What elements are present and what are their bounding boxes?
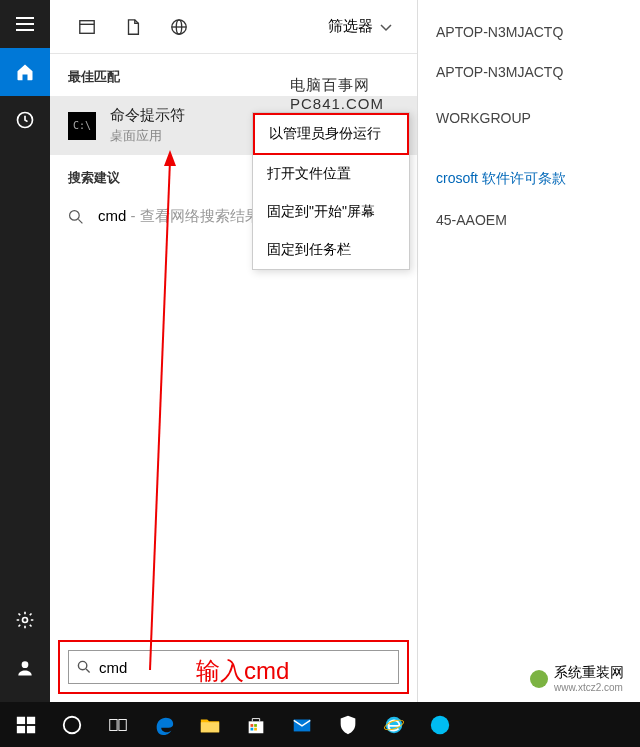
svg-point-18	[64, 716, 81, 733]
taskbar	[0, 702, 640, 747]
home-icon	[15, 62, 35, 82]
ie-button[interactable]	[372, 702, 416, 747]
app-button[interactable]	[418, 702, 462, 747]
edge-button[interactable]	[142, 702, 186, 747]
chevron-down-icon	[379, 22, 393, 32]
globe-icon	[170, 18, 188, 36]
context-run-as-admin[interactable]: 以管理员身份运行	[253, 113, 409, 155]
svg-point-30	[431, 715, 449, 733]
result-title: 命令提示符	[110, 106, 185, 125]
svg-point-10	[78, 661, 86, 669]
svg-rect-21	[201, 722, 219, 732]
svg-rect-22	[249, 721, 264, 733]
home-button[interactable]	[0, 48, 50, 96]
filter-label: 筛选器	[328, 17, 373, 36]
license-link[interactable]: crosoft 软件许可条款	[436, 158, 622, 200]
svg-rect-26	[254, 727, 257, 730]
site-logo-icon	[530, 670, 548, 688]
svg-point-2	[22, 661, 29, 668]
context-menu: 以管理员身份运行 打开文件位置 固定到"开始"屏幕 固定到任务栏	[252, 112, 410, 270]
product-id-value: 45-AAOEM	[436, 200, 622, 240]
user-button[interactable]	[0, 644, 50, 692]
svg-rect-23	[251, 724, 254, 727]
clock-icon	[15, 110, 35, 130]
svg-rect-15	[27, 716, 35, 723]
svg-line-11	[86, 669, 90, 673]
result-subtitle: 桌面应用	[110, 127, 185, 145]
context-pin-taskbar[interactable]: 固定到任务栏	[253, 231, 409, 269]
svg-point-1	[23, 618, 28, 623]
mail-button[interactable]	[280, 702, 324, 747]
edge-icon	[153, 714, 175, 736]
security-button[interactable]	[326, 702, 370, 747]
shield-icon	[337, 714, 359, 736]
svg-rect-19	[110, 719, 117, 730]
svg-rect-17	[27, 725, 35, 732]
windows-icon	[15, 714, 37, 736]
svg-rect-14	[17, 716, 25, 723]
site-url: www.xtcz2.com	[554, 682, 624, 693]
folder-icon	[199, 714, 221, 736]
context-open-location[interactable]: 打开文件位置	[253, 155, 409, 193]
svg-line-9	[78, 219, 82, 223]
site-watermark: 系统重装网 www.xtcz2.com	[522, 660, 632, 697]
svg-rect-25	[251, 727, 254, 730]
annotation-input-label: 输入cmd	[196, 655, 289, 687]
recent-button[interactable]	[0, 96, 50, 144]
task-view-button[interactable]	[96, 702, 140, 747]
start-sidebar	[0, 0, 50, 702]
cortana-button[interactable]	[50, 702, 94, 747]
ie-icon	[383, 714, 405, 736]
context-pin-start[interactable]: 固定到"开始"屏幕	[253, 193, 409, 231]
cmd-icon: C:\	[68, 112, 96, 140]
svg-point-8	[70, 210, 80, 220]
menu-button[interactable]	[0, 0, 50, 48]
device-name-2: APTOP-N3MJACTQ	[436, 52, 622, 92]
device-name-1: APTOP-N3MJACTQ	[436, 12, 622, 52]
panel-header: 筛选器	[50, 0, 417, 54]
svg-rect-20	[119, 719, 126, 730]
task-view-icon	[107, 714, 129, 736]
svg-rect-3	[80, 20, 94, 33]
explorer-button[interactable]	[188, 702, 232, 747]
mail-icon	[291, 714, 313, 736]
search-icon	[68, 209, 84, 225]
user-icon	[15, 658, 35, 678]
store-icon	[245, 714, 267, 736]
svg-rect-24	[254, 724, 257, 727]
search-icon	[77, 660, 91, 674]
hamburger-icon	[16, 17, 34, 31]
workgroup-value: WORKGROUP	[436, 98, 622, 138]
gear-icon	[15, 610, 35, 630]
apps-scope-button[interactable]	[64, 7, 110, 47]
window-icon	[78, 18, 96, 36]
web-scope-button[interactable]	[156, 7, 202, 47]
svg-rect-16	[17, 725, 25, 732]
settings-button[interactable]	[0, 596, 50, 644]
app-icon	[429, 714, 451, 736]
store-button[interactable]	[234, 702, 278, 747]
source-watermark: 电脑百事网 PC841.COM	[290, 76, 417, 112]
suggestion-text: cmd - 查看网络搜索结果	[98, 207, 260, 226]
search-panel: 筛选器 电脑百事网 PC841.COM 最佳匹配 C:\ 命令提示符 桌面应用 …	[50, 0, 418, 702]
document-icon	[124, 18, 142, 36]
documents-scope-button[interactable]	[110, 7, 156, 47]
filter-dropdown[interactable]: 筛选器	[318, 11, 403, 42]
start-button[interactable]	[4, 702, 48, 747]
cortana-icon	[61, 714, 83, 736]
background-system-info: APTOP-N3MJACTQ APTOP-N3MJACTQ WORKGROUP …	[418, 0, 640, 252]
site-name: 系统重装网	[554, 664, 624, 680]
